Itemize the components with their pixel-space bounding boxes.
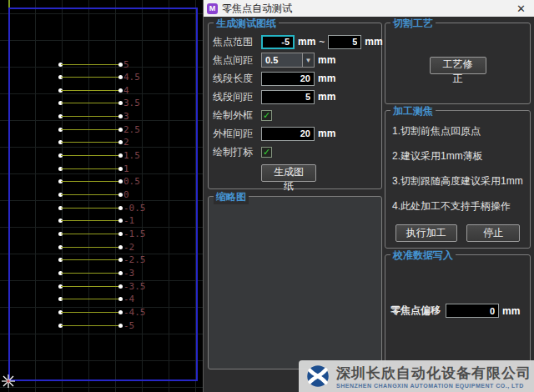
unit-mm: mm [298,36,315,48]
company-name-cn: 深圳长欣自动化设备有限公司 [336,364,531,383]
line-endpoint-dot [118,128,123,132]
unit-mm: mm [318,128,335,139]
draw-frame-checkbox[interactable]: ✓ [261,110,272,121]
company-watermark: 深圳长欣自动化设备有限公司 SHENZHEN CHANGXIN AUTOMATI… [299,360,534,392]
draw-mark-row: 绘制打标 ✓ [213,144,377,159]
focus-step-label: 焦点间距 [213,53,261,68]
segment-gap-row: 线段间距 mm [213,89,377,104]
focus-min-input[interactable] [261,35,295,49]
test-line-segment [61,142,120,143]
generate-drawing-button[interactable]: 生成图纸 [261,164,316,182]
test-line-label: 1.5 [123,150,140,161]
focus-note-2: 2.建议采用1mm薄板 [392,149,523,163]
segment-gap-label: 线段间距 [213,90,261,104]
test-line-label: -0.5 [123,203,146,214]
group-title: 切割工艺 [390,17,436,31]
frame-gap-label: 外框间距 [213,127,261,141]
test-line-segment [61,234,120,234]
origin-marker [1,374,16,389]
test-line-segment [61,312,120,313]
group-title: 加工测焦 [390,104,436,118]
test-line-segment [61,168,120,169]
focus-note-3: 3.切割跟随高度建议采用1mm [392,174,523,188]
focus-note-4: 4.此处加工不支持手柄操作 [392,199,523,214]
test-line-label: -4 [123,294,134,304]
focus-max-input[interactable] [328,35,361,49]
test-line-segment [61,64,120,65]
line-endpoint-dot [118,284,123,289]
segment-length-label: 线段长度 [213,72,261,86]
test-line-segment [61,194,120,195]
test-line-segment [61,90,120,91]
dialog-title: 零焦点自动测试 [222,2,515,16]
focus-step-dropdown[interactable]: 0.5 ▼ [261,53,315,68]
line-endpoint-dot [118,193,123,197]
line-endpoint-dot [118,310,123,314]
test-line-label: 1 [123,163,129,174]
close-icon[interactable]: ✕ [515,3,527,15]
dialog-titlebar[interactable]: M 零焦点自动测试 ✕ [204,0,534,17]
focus-notes: 1.切割前焦点回原点 2.建议采用1mm薄板 3.切割跟随高度建议采用1mm 4… [385,111,530,214]
sheet-edge-mark [8,0,10,8]
group-title: 生成测试图纸 [214,17,279,31]
group-calibration-write: 校准数据写入 零焦点偏移 mm [385,254,531,369]
test-line-label: 5 [123,59,129,70]
test-line-label: -5 [123,320,134,331]
draw-frame-label: 绘制外框 [213,108,261,123]
unit-mm: mm [318,91,335,103]
test-line-label: -1.5 [123,229,146,239]
test-line-segment [61,181,120,182]
test-line-label: -2 [123,242,134,253]
group-title: 校准数据写入 [390,249,456,263]
focus-step-row: 焦点间距 0.5 ▼ mm [213,53,377,68]
test-line-label: -2.5 [123,254,146,265]
run-processing-button[interactable]: 执行加工 [395,224,457,242]
zero-focus-offset-input[interactable] [446,304,499,318]
frame-gap-input[interactable] [261,127,315,141]
test-line-label: -3 [123,268,134,279]
line-endpoint-dot [118,63,123,67]
unit-mm: mm [318,73,335,84]
group-title: 缩略图 [214,190,249,204]
test-line-label: -4.5 [123,307,146,318]
group-focus-measure: 加工测焦 1.切割前焦点回原点 2.建议采用1mm薄板 3.切割跟随高度建议采用… [385,110,531,249]
test-line-label: -3.5 [123,281,146,292]
line-endpoint-dot [118,324,123,328]
range-tilde: ~ [319,36,325,48]
draw-frame-row: 绘制外框 ✓ [213,108,377,123]
draw-mark-checkbox[interactable]: ✓ [261,147,272,158]
line-endpoint-dot [118,88,123,93]
focus-note-1: 1.切割前焦点回原点 [392,124,523,138]
segment-length-input[interactable] [261,72,315,86]
test-line-label: 2 [123,137,129,148]
test-line-segment [61,325,120,326]
focus-step-value: 0.5 [262,55,302,65]
focus-range-label: 焦点范围 [213,35,261,49]
group-cutting-process: 切割工艺 工艺修正 [385,23,531,104]
segment-gap-input[interactable] [261,90,315,104]
test-line-segment [61,259,120,260]
test-line-label: 3 [123,111,129,122]
test-line-segment [61,220,120,221]
line-endpoint-dot [118,271,123,275]
test-line-segment [61,77,120,78]
stop-button[interactable]: 停止 [466,224,520,242]
test-line-segment [61,247,120,248]
line-endpoint-dot [118,167,123,171]
company-name-en: SHENZHEN CHANGXIN AUTOMATION EQUIPMENT C… [336,383,531,389]
focus-range-row: 焦点范围 mm ~ mm [213,34,377,49]
test-line-label: 0 [123,189,129,200]
app-icon: M [207,3,218,14]
test-line-label: -1 [123,215,134,226]
test-line-label: 2.5 [123,124,140,135]
test-line-segment [61,155,120,156]
cad-canvas[interactable]: 54.543.532.521.510.50-0.5-1-1.5-2-2.5-3-… [0,0,203,392]
company-logo-icon [304,362,332,390]
chevron-down-icon[interactable]: ▼ [302,53,314,67]
screen: 54.543.532.521.510.50-0.5-1-1.5-2-2.5-3-… [0,0,534,392]
process-fix-button[interactable]: 工艺修正 [430,57,486,74]
zero-focus-offset-row: 零焦点偏移 mm [390,304,530,318]
zero-focus-offset-label: 零焦点偏移 [390,304,441,318]
unit-mm: mm [318,54,335,66]
test-line-segment [61,103,120,103]
